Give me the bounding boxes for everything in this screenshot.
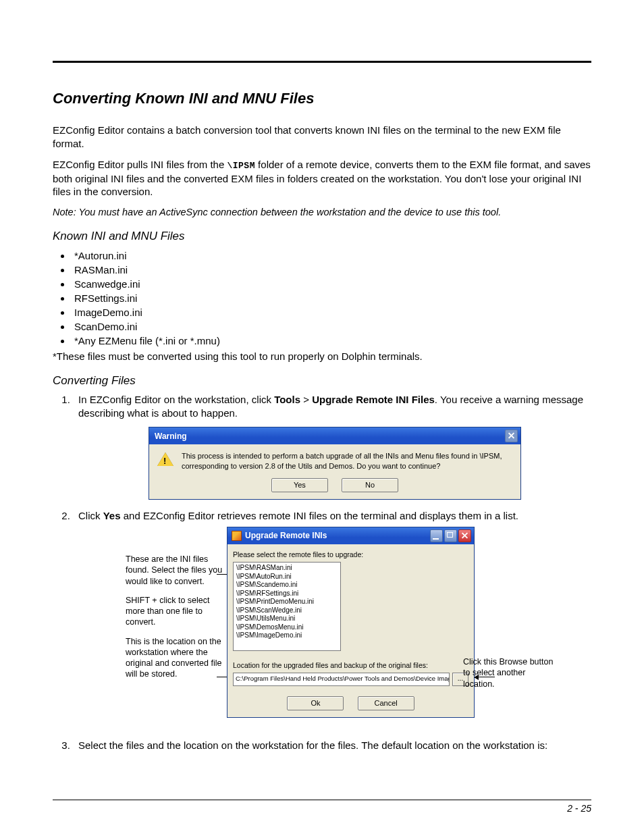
- warning-buttons: Yes No: [149, 472, 520, 499]
- left-annotations: These are the INI files found. Select th…: [126, 554, 223, 688]
- subhead-converting: Converting Files: [53, 374, 591, 388]
- close-icon[interactable]: [505, 429, 518, 442]
- document-page: Converting Known INI and MNU Files EZCon…: [0, 0, 644, 834]
- step2-text-a: Click: [78, 510, 103, 521]
- ok-button[interactable]: Ok: [287, 696, 344, 710]
- list-item[interactable]: \IPSM\DemosMenu.ini: [236, 623, 338, 632]
- upgrade-prompt: Please select the remote files to upgrad…: [233, 550, 468, 559]
- upgrade-dialog: Upgrade Remote INIs Please select the re…: [227, 527, 475, 718]
- yes-button[interactable]: Yes: [271, 478, 328, 492]
- list-item: *Any EZMenu file (*.ini or *.mnu): [72, 334, 591, 348]
- list-item: *Autorun.ini: [72, 249, 591, 263]
- top-rule: [53, 61, 591, 63]
- subhead-known-files: Known INI and MNU Files: [53, 230, 591, 243]
- close-icon[interactable]: [458, 529, 471, 542]
- warning-message: This process is intended to perform a ba…: [182, 451, 512, 471]
- step1-gt: >: [300, 394, 312, 405]
- p2-part-a: EZConfig Editor pulls INI files from the: [53, 159, 227, 170]
- list-item[interactable]: \IPSM\AutoRun.ini: [236, 573, 338, 581]
- list-item: RFSettings.ini: [72, 291, 591, 305]
- known-files-list: *Autorun.ini RASMan.ini Scanwedge.ini RF…: [53, 249, 591, 348]
- step2-yes: Yes: [103, 510, 121, 521]
- list-item[interactable]: \IPSM\RFSettings.ini: [236, 590, 338, 598]
- step-3: Select the files and the location on the…: [73, 739, 591, 752]
- location-label: Location for the upgraded files and back…: [233, 660, 468, 670]
- location-input[interactable]: C:\Program Files\Hand Held Products\Powe…: [233, 673, 450, 686]
- warning-titlebar: Warning: [149, 427, 520, 444]
- app-icon: [232, 531, 242, 541]
- maximize-icon[interactable]: [444, 529, 457, 542]
- known-files-footnote: *These files must be converted using thi…: [53, 350, 591, 362]
- warning-icon: [157, 452, 173, 466]
- window-buttons: [430, 529, 471, 542]
- annot-files-found: These are the INI files found. Select th…: [126, 554, 223, 587]
- list-item: ScanDemo.ini: [72, 319, 591, 334]
- step1-upgrade: Upgrade Remote INI Files: [312, 394, 435, 405]
- list-item: ImageDemo.ini: [72, 305, 591, 319]
- list-item[interactable]: \IPSM\PrintDemoMenu.ini: [236, 598, 338, 606]
- list-item[interactable]: \IPSM\Scandemo.ini: [236, 581, 338, 590]
- list-item: RASMan.ini: [72, 263, 591, 277]
- step-1: In EZConfig Editor on the workstation, c…: [73, 393, 591, 500]
- remote-file-list[interactable]: \IPSM\RASMan.ini \IPSM\AutoRun.ini \IPSM…: [233, 562, 341, 651]
- intro-paragraph-2: EZConfig Editor pulls INI files from the…: [53, 158, 591, 199]
- upgrade-titlebar: Upgrade Remote INIs: [227, 527, 474, 544]
- cancel-button[interactable]: Cancel: [358, 696, 414, 710]
- page-number: 2 - 25: [567, 803, 591, 814]
- step1-text-a: In EZConfig Editor on the workstation, c…: [78, 394, 274, 405]
- upgrade-figure: These are the INI files found. Select th…: [78, 527, 591, 729]
- step1-tools: Tools: [274, 394, 300, 405]
- warning-title: Warning: [155, 431, 187, 442]
- page-footer: 2 - 25: [53, 800, 591, 814]
- list-item[interactable]: \IPSM\ImageDemo.ini: [236, 631, 338, 640]
- section-title: Converting Known INI and MNU Files: [53, 90, 591, 107]
- list-item: Scanwedge.ini: [72, 277, 591, 291]
- upgrade-buttons: Ok Cancel: [233, 696, 468, 710]
- list-item[interactable]: \IPSM\ScanWedge.ini: [236, 606, 338, 615]
- upgrade-title: Upgrade Remote INIs: [245, 530, 327, 541]
- no-button[interactable]: No: [342, 478, 398, 492]
- steps-list: In EZConfig Editor on the workstation, c…: [53, 393, 591, 752]
- step-2: Click Yes and EZConfig Editor retrieves …: [73, 509, 591, 729]
- annot-location: This is the location on the workstation …: [126, 636, 223, 680]
- intro-paragraph-1: EZConfig Editor contains a batch convers…: [53, 124, 591, 150]
- location-section: Location for the upgraded files and back…: [233, 660, 468, 686]
- step2-text-c: and EZConfig Editor retrieves remote INI…: [121, 510, 518, 521]
- list-item[interactable]: \IPSM\RASMan.ini: [236, 564, 338, 573]
- warning-body: This process is intended to perform a ba…: [149, 444, 520, 472]
- list-item[interactable]: \IPSM\UtilsMenu.ini: [236, 615, 338, 623]
- warning-dialog: Warning This process is intended to perf…: [149, 427, 521, 499]
- ipsm-path: \IPSM: [227, 161, 255, 171]
- minimize-icon[interactable]: [430, 529, 443, 542]
- activesync-note: Note: You must have an ActiveSync connec…: [53, 207, 591, 217]
- annot-shift-click: SHIFT + click to select more than one fi…: [126, 595, 223, 628]
- upgrade-body: Please select the remote files to upgrad…: [227, 544, 474, 717]
- right-annotation: Click this Browse button to select anoth…: [463, 656, 554, 689]
